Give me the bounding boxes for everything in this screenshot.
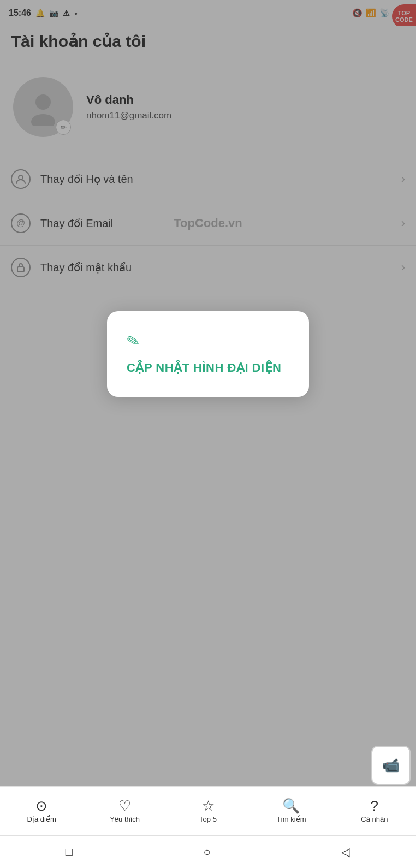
android-recents-button[interactable]: □ [66,845,73,859]
nav-label-top5: Top 5 [199,815,217,823]
android-nav-bar: □ ○ ◁ [0,835,416,868]
nav-label-favorites: Yêu thích [110,815,140,823]
update-avatar-modal[interactable]: ✎ CẬP NHẬT HÌNH ĐẠI DIỆN [107,311,309,397]
nav-label-profile: Cá nhân [361,815,388,823]
modal-pencil-icon: ✎ [124,331,141,352]
heart-icon: ♡ [118,799,131,813]
android-back-button[interactable]: ◁ [341,845,350,859]
nav-item-favorites[interactable]: ♡ Yêu thích [83,787,166,835]
nav-item-search[interactable]: 🔍 Tìm kiếm [249,787,332,835]
bottom-nav: ⊙ Địa điểm ♡ Yêu thích ☆ Top 5 🔍 Tìm kiế… [0,786,416,835]
search-icon: 🔍 [282,799,300,813]
location-icon: ⊙ [35,799,47,813]
android-home-button[interactable]: ○ [204,845,211,859]
nav-label-location: Địa điểm [27,815,56,823]
record-camera-icon: 📹 [382,757,400,774]
star-icon: ☆ [202,799,215,813]
nav-label-search: Tìm kiếm [276,815,306,823]
record-camera-button[interactable]: 📹 [371,746,411,785]
modal-title: CẬP NHẬT HÌNH ĐẠI DIỆN [127,360,282,376]
nav-item-location[interactable]: ⊙ Địa điểm [0,787,83,835]
profile-icon: ? [371,799,378,813]
nav-item-top5[interactable]: ☆ Top 5 [167,787,249,835]
nav-item-profile[interactable]: ? Cá nhân [333,787,416,835]
modal-overlay-dim [0,0,416,868]
